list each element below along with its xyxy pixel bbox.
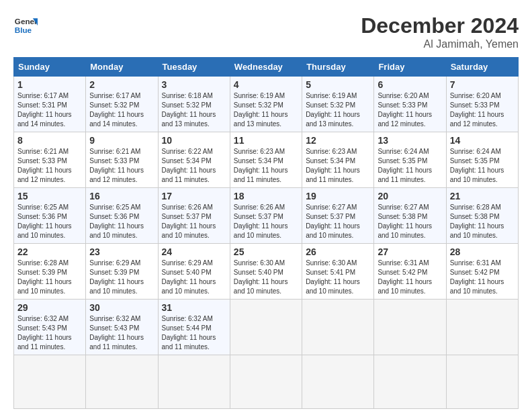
- day-number: 10: [162, 135, 226, 146]
- day-info: Sunrise: 6:22 AMSunset: 5:34 PMDaylight:…: [162, 148, 216, 183]
- logo: General Blue: [13, 13, 38, 38]
- table-row: 18 Sunrise: 6:26 AMSunset: 5:37 PMDaylig…: [230, 188, 302, 244]
- table-row: 2 Sunrise: 6:17 AMSunset: 5:32 PMDayligh…: [86, 77, 158, 132]
- day-info: Sunrise: 6:32 AMSunset: 5:43 PMDaylight:…: [17, 315, 72, 351]
- table-row: 23 Sunrise: 6:29 AMSunset: 5:39 PMDaylig…: [86, 244, 158, 300]
- title-block: December 2024 Al Jamimah, Yemen: [361, 13, 519, 50]
- day-number: 22: [17, 246, 82, 257]
- day-info: Sunrise: 6:21 AMSunset: 5:33 PMDaylight:…: [89, 148, 144, 183]
- day-number: 26: [306, 246, 370, 257]
- day-number: 6: [378, 79, 442, 90]
- day-info: Sunrise: 6:17 AMSunset: 5:31 PMDaylight:…: [17, 92, 72, 128]
- day-info: Sunrise: 6:32 AMSunset: 5:44 PMDaylight:…: [162, 315, 216, 351]
- day-number: 11: [234, 135, 298, 146]
- table-row: [302, 355, 374, 409]
- calendar-week-row: 29 Sunrise: 6:32 AMSunset: 5:43 PMDaylig…: [14, 300, 519, 355]
- table-row: [446, 355, 518, 409]
- day-number: 28: [450, 246, 515, 257]
- svg-text:Blue: Blue: [15, 26, 32, 34]
- day-number: 27: [378, 246, 442, 257]
- table-row: [374, 300, 446, 355]
- day-number: 14: [450, 135, 515, 146]
- day-number: 16: [89, 191, 154, 201]
- table-row: [446, 300, 518, 355]
- header-wednesday: Wednesday: [230, 58, 302, 77]
- table-row: [86, 355, 158, 409]
- day-number: 5: [306, 79, 370, 90]
- day-info: Sunrise: 6:19 AMSunset: 5:32 PMDaylight:…: [306, 92, 360, 128]
- day-info: Sunrise: 6:31 AMSunset: 5:42 PMDaylight:…: [450, 259, 504, 295]
- table-row: 17 Sunrise: 6:26 AMSunset: 5:37 PMDaylig…: [158, 188, 230, 244]
- day-number: 21: [450, 191, 515, 201]
- day-info: Sunrise: 6:24 AMSunset: 5:35 PMDaylight:…: [378, 148, 432, 183]
- table-row: 22 Sunrise: 6:28 AMSunset: 5:39 PMDaylig…: [14, 244, 86, 300]
- day-info: Sunrise: 6:17 AMSunset: 5:32 PMDaylight:…: [89, 92, 144, 128]
- table-row: 11 Sunrise: 6:23 AMSunset: 5:34 PMDaylig…: [230, 132, 302, 188]
- month-title: December 2024: [361, 13, 519, 38]
- day-number: 24: [162, 246, 226, 257]
- calendar-week-row: 22 Sunrise: 6:28 AMSunset: 5:39 PMDaylig…: [14, 244, 519, 300]
- day-info: Sunrise: 6:29 AMSunset: 5:40 PMDaylight:…: [162, 259, 216, 295]
- day-info: Sunrise: 6:26 AMSunset: 5:37 PMDaylight:…: [234, 203, 288, 239]
- calendar-week-row: 1 Sunrise: 6:17 AMSunset: 5:31 PMDayligh…: [14, 77, 519, 132]
- day-info: Sunrise: 6:23 AMSunset: 5:34 PMDaylight:…: [234, 148, 288, 183]
- table-row: 8 Sunrise: 6:21 AMSunset: 5:33 PMDayligh…: [14, 132, 86, 188]
- table-row: 20 Sunrise: 6:27 AMSunset: 5:38 PMDaylig…: [374, 188, 446, 244]
- day-info: Sunrise: 6:19 AMSunset: 5:32 PMDaylight:…: [234, 92, 288, 128]
- day-info: Sunrise: 6:27 AMSunset: 5:38 PMDaylight:…: [378, 203, 432, 239]
- table-row: [374, 355, 446, 409]
- day-info: Sunrise: 6:31 AMSunset: 5:42 PMDaylight:…: [378, 259, 432, 295]
- day-info: Sunrise: 6:20 AMSunset: 5:33 PMDaylight:…: [378, 92, 432, 128]
- header-sunday: Sunday: [14, 58, 86, 77]
- day-number: 17: [162, 191, 226, 201]
- table-row: 7 Sunrise: 6:20 AMSunset: 5:33 PMDayligh…: [446, 77, 518, 132]
- table-row: 4 Sunrise: 6:19 AMSunset: 5:32 PMDayligh…: [230, 77, 302, 132]
- day-number: 25: [234, 246, 298, 257]
- day-info: Sunrise: 6:27 AMSunset: 5:37 PMDaylight:…: [306, 203, 360, 239]
- day-number: 8: [17, 135, 82, 146]
- day-number: 3: [162, 79, 226, 90]
- table-row: 6 Sunrise: 6:20 AMSunset: 5:33 PMDayligh…: [374, 77, 446, 132]
- header-monday: Monday: [86, 58, 158, 77]
- weekday-header-row: Sunday Monday Tuesday Wednesday Thursday…: [14, 58, 519, 77]
- day-number: 7: [450, 79, 515, 90]
- table-row: 25 Sunrise: 6:30 AMSunset: 5:40 PMDaylig…: [230, 244, 302, 300]
- table-row: 5 Sunrise: 6:19 AMSunset: 5:32 PMDayligh…: [302, 77, 374, 132]
- table-row: 30 Sunrise: 6:32 AMSunset: 5:43 PMDaylig…: [86, 300, 158, 355]
- table-row: 1 Sunrise: 6:17 AMSunset: 5:31 PMDayligh…: [14, 77, 86, 132]
- table-row: 16 Sunrise: 6:25 AMSunset: 5:36 PMDaylig…: [86, 188, 158, 244]
- day-info: Sunrise: 6:32 AMSunset: 5:43 PMDaylight:…: [89, 315, 144, 351]
- table-row: 29 Sunrise: 6:32 AMSunset: 5:43 PMDaylig…: [14, 300, 86, 355]
- table-row: 12 Sunrise: 6:23 AMSunset: 5:34 PMDaylig…: [302, 132, 374, 188]
- calendar-week-row: 8 Sunrise: 6:21 AMSunset: 5:33 PMDayligh…: [14, 132, 519, 188]
- day-number: 30: [89, 302, 154, 313]
- day-number: 13: [378, 135, 442, 146]
- table-row: [302, 300, 374, 355]
- day-number: 19: [306, 191, 370, 201]
- table-row: [230, 355, 302, 409]
- day-info: Sunrise: 6:26 AMSunset: 5:37 PMDaylight:…: [162, 203, 216, 239]
- day-info: Sunrise: 6:25 AMSunset: 5:36 PMDaylight:…: [17, 203, 72, 239]
- day-info: Sunrise: 6:23 AMSunset: 5:34 PMDaylight:…: [306, 148, 360, 183]
- day-number: 18: [234, 191, 298, 201]
- day-info: Sunrise: 6:30 AMSunset: 5:40 PMDaylight:…: [234, 259, 288, 295]
- table-row: [158, 355, 230, 409]
- day-number: 23: [89, 246, 154, 257]
- day-info: Sunrise: 6:30 AMSunset: 5:41 PMDaylight:…: [306, 259, 360, 295]
- table-row: 19 Sunrise: 6:27 AMSunset: 5:37 PMDaylig…: [302, 188, 374, 244]
- day-info: Sunrise: 6:18 AMSunset: 5:32 PMDaylight:…: [162, 92, 216, 128]
- table-row: [230, 300, 302, 355]
- table-row: 9 Sunrise: 6:21 AMSunset: 5:33 PMDayligh…: [86, 132, 158, 188]
- day-number: 29: [17, 302, 82, 313]
- day-number: 20: [378, 191, 442, 201]
- table-row: 28 Sunrise: 6:31 AMSunset: 5:42 PMDaylig…: [446, 244, 518, 300]
- svg-text:General: General: [15, 17, 38, 26]
- day-info: Sunrise: 6:20 AMSunset: 5:33 PMDaylight:…: [450, 92, 504, 128]
- day-info: Sunrise: 6:25 AMSunset: 5:36 PMDaylight:…: [89, 203, 144, 239]
- table-row: 3 Sunrise: 6:18 AMSunset: 5:32 PMDayligh…: [158, 77, 230, 132]
- day-number: 31: [162, 302, 226, 313]
- day-number: 1: [17, 79, 82, 90]
- day-info: Sunrise: 6:24 AMSunset: 5:35 PMDaylight:…: [450, 148, 504, 183]
- table-row: 13 Sunrise: 6:24 AMSunset: 5:35 PMDaylig…: [374, 132, 446, 188]
- table-row: 10 Sunrise: 6:22 AMSunset: 5:34 PMDaylig…: [158, 132, 230, 188]
